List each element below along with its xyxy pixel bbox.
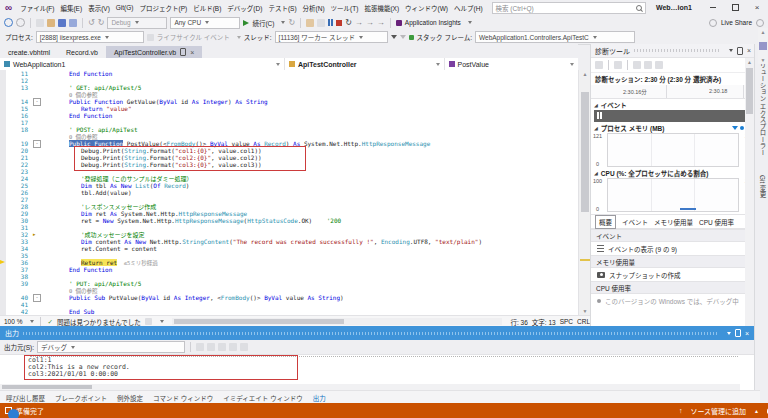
- breakpoint-margin[interactable]: [0, 175, 6, 182]
- word-wrap-icon[interactable]: [240, 343, 248, 351]
- breakpoint-margin[interactable]: [0, 98, 6, 105]
- window-menu-icon[interactable]: [729, 49, 733, 52]
- clear-all-icon[interactable]: [229, 343, 237, 351]
- reset-view-icon[interactable]: [655, 61, 663, 69]
- step-over-icon[interactable]: →: [366, 19, 374, 27]
- diagnostics-tab[interactable]: CPU 使用率: [699, 217, 734, 227]
- navigate-forward-icon[interactable]: [16, 18, 25, 27]
- document-tab[interactable]: Record.vb: [58, 47, 106, 58]
- save-icon[interactable]: [58, 19, 66, 27]
- thread-dropdown[interactable]: [11136] ワーカー スレッド: [275, 31, 388, 43]
- redo-icon[interactable]: ↻: [98, 19, 105, 27]
- close-icon[interactable]: ×: [190, 49, 194, 56]
- breakpoint-margin[interactable]: [0, 245, 6, 252]
- breakpoint-margin[interactable]: [0, 105, 6, 112]
- breakpoint-margin[interactable]: [0, 259, 6, 266]
- breakpoint-margin[interactable]: [0, 280, 6, 287]
- zoom-dropdown[interactable]: 100 %: [4, 318, 22, 325]
- scroll-up-icon[interactable]: ▲: [758, 28, 768, 36]
- menu-item[interactable]: Git(G): [113, 4, 137, 11]
- stop-debugging-icon[interactable]: [336, 20, 342, 26]
- output-vertical-scrollbar[interactable]: ▲ ▼: [758, 28, 768, 64]
- restart-icon[interactable]: ↻: [345, 19, 352, 27]
- go-to-next-icon[interactable]: [218, 343, 226, 351]
- breakpoint-margin[interactable]: [0, 273, 6, 280]
- menu-item[interactable]: 分析(N): [300, 3, 328, 13]
- tool-window-tab[interactable]: 出力: [313, 393, 326, 403]
- menu-item[interactable]: ファイル(F): [17, 3, 57, 13]
- tool-window-tab[interactable]: 例外設定: [117, 393, 143, 403]
- scrollbar-thumb[interactable]: [2, 385, 92, 389]
- breakpoint-margin[interactable]: [0, 119, 6, 126]
- continue-play-icon[interactable]: [243, 20, 249, 26]
- breadcrumb-class[interactable]: ApiTestController: [285, 58, 445, 70]
- health-indicator[interactable]: 問題は見つかりませんでした: [57, 317, 141, 327]
- breakpoint-margin[interactable]: [0, 126, 6, 133]
- break-all-icon[interactable]: [328, 19, 333, 26]
- output-content[interactable]: col1:1col2:This is a new record.col3:202…: [0, 355, 754, 387]
- breakpoint-margin[interactable]: [0, 217, 6, 224]
- breakpoint-margin[interactable]: [0, 140, 6, 147]
- memory-chart[interactable]: [607, 133, 739, 167]
- diagnostics-tab[interactable]: メモリ使用量: [654, 217, 693, 227]
- hot-reload-icon[interactable]: ↻: [288, 19, 295, 27]
- breakpoint-margin[interactable]: [0, 224, 6, 231]
- step-out-icon[interactable]: →: [377, 19, 385, 27]
- browser-link-icon[interactable]: [306, 19, 314, 27]
- timeline-ruler[interactable]: 2:30.16分 2:30.18: [591, 85, 755, 99]
- breakpoint-margin[interactable]: [0, 112, 6, 119]
- stack-frame-dropdown[interactable]: WebApplication1.Controllers.ApiTestC: [475, 31, 635, 43]
- breakpoint-margin[interactable]: [0, 238, 6, 245]
- breakpoint-margin[interactable]: [0, 252, 6, 259]
- breakpoint-margin[interactable]: [0, 287, 6, 294]
- breakpoint-margin[interactable]: [0, 154, 6, 161]
- close-icon[interactable]: ×: [747, 47, 751, 54]
- close-button[interactable]: ×: [746, 0, 768, 15]
- breakpoint-margin[interactable]: [0, 70, 6, 77]
- breakpoint-margin[interactable]: [0, 301, 6, 308]
- new-project-icon[interactable]: [36, 19, 44, 27]
- events-track[interactable]: [594, 110, 752, 122]
- continue-button[interactable]: 続行(C): [252, 18, 274, 28]
- breakpoint-margin[interactable]: [0, 294, 6, 301]
- spaces-indicator[interactable]: SPC: [560, 318, 573, 325]
- breakpoint-margin[interactable]: [0, 161, 6, 168]
- scrollbar-thumb[interactable]: [759, 42, 767, 50]
- breakpoint-margin[interactable]: [0, 266, 6, 273]
- filter-icon[interactable]: [391, 35, 397, 39]
- memory-section-header[interactable]: ◢ プロセス メモリ (MB) フ: [591, 122, 755, 133]
- menu-item[interactable]: デバッグ(D): [224, 3, 265, 13]
- zoom-out-icon[interactable]: [644, 61, 652, 69]
- live-share-button[interactable]: Live Share: [721, 19, 752, 26]
- breadcrumb-member[interactable]: PostValue: [445, 58, 578, 70]
- breakpoint-margin[interactable]: [0, 308, 6, 315]
- pin-icon[interactable]: [735, 329, 741, 337]
- menu-item[interactable]: ビルド(B): [190, 3, 224, 13]
- settings-gear-icon[interactable]: [595, 61, 603, 69]
- add-to-source-control-button[interactable]: ソース管理に追加: [690, 406, 746, 416]
- scrollbar-thumb[interactable]: [746, 68, 753, 114]
- events-section-header[interactable]: ◢イベント: [591, 99, 755, 110]
- step-into-icon[interactable]: →: [355, 19, 363, 27]
- breakpoint-margin[interactable]: [0, 203, 6, 210]
- editor-horizontal-scrollbar[interactable]: [172, 318, 503, 325]
- breakpoint-margin[interactable]: [0, 210, 6, 217]
- breakpoint-margin[interactable]: [0, 77, 6, 84]
- pin-icon[interactable]: [737, 47, 743, 55]
- breakpoint-margin[interactable]: [0, 196, 6, 203]
- cpu-chart[interactable]: [607, 178, 739, 212]
- scrollbar-thumb[interactable]: [174, 319, 344, 324]
- pin-icon[interactable]: [180, 48, 186, 56]
- breakpoint-margin[interactable]: [0, 168, 6, 175]
- find-message-icon[interactable]: [196, 343, 204, 351]
- minimize-button[interactable]: [702, 0, 724, 15]
- tool-window-tab[interactable]: 呼び出し履歴: [6, 393, 45, 403]
- solution-configuration-dropdown[interactable]: Debug: [107, 17, 167, 29]
- collapsed-tool-tab[interactable]: ソリューション エクスプローラー: [756, 48, 768, 163]
- menu-item[interactable]: 編集(E): [57, 3, 85, 13]
- cpu-section-header[interactable]: ◢CPU (%: 全プロセッサに占める割合): [591, 167, 755, 178]
- menu-item[interactable]: 拡張機能(X): [361, 3, 402, 13]
- search-input[interactable]: 検索 (Ctrl+Q): [492, 2, 646, 14]
- collapsed-tool-tab[interactable]: Git 変更: [756, 167, 768, 206]
- diagnostics-scrollbar[interactable]: ▲: [745, 58, 754, 326]
